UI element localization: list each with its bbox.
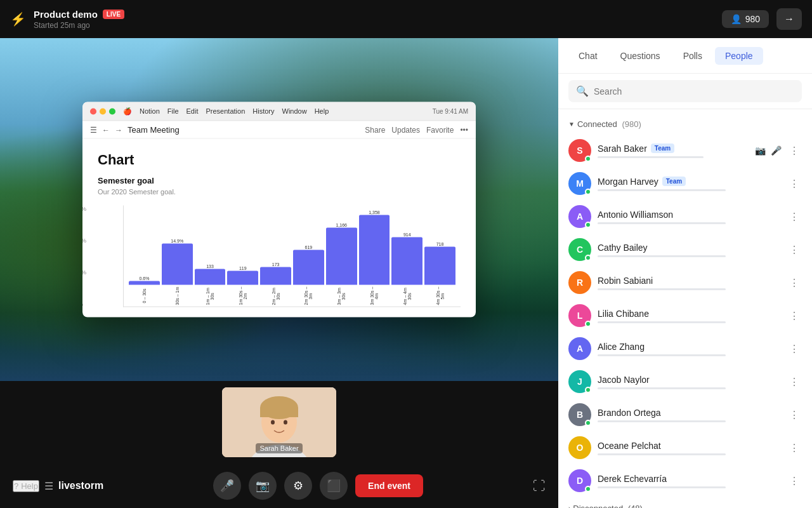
person-name: Oceane Pelchat [598,441,661,451]
person-actions: ⋮ [787,373,802,391]
mac-dot-red [90,108,96,114]
share-button[interactable]: → [776,8,802,30]
end-event-button[interactable]: End event [355,474,423,497]
mac-dots [90,108,115,114]
connected-section-header[interactable]: ▼ Connected (980) [558,114,812,134]
chevron-right-icon: › [568,505,570,508]
person-info: Alice Zhang [598,342,780,356]
mic-button[interactable]: 🎤 [213,472,241,500]
chevron-down-icon: ▼ [568,121,575,128]
list-item: AAlice Zhang⋮ [558,332,812,365]
person-info: Sarah BakerTeam [598,144,749,158]
person-info: Oceane Pelchat [598,441,780,455]
bar-group: 0.6%0 – 30s [129,276,160,307]
presenter-video-name: Sarah Baker [256,443,302,453]
bar-group: 1,3583m 30s – 4m [359,210,390,307]
bar [326,228,357,285]
settings-button[interactable]: ⚙ [284,472,312,500]
bar-group: 14.9%30s – 1m [162,239,193,307]
camera-action-icon[interactable]: 📷 [755,145,766,156]
list-item: BBrandon Ortega⋮ [558,398,812,431]
more-options-button[interactable]: ⋮ [787,241,802,258]
viewer-count: 👤 980 [722,10,769,28]
person-name: Derek Echevarría [598,474,667,484]
search-input[interactable] [594,86,794,97]
person-activity-bar [598,420,726,422]
presenter-video: Sarah Baker [222,387,336,457]
person-info: Robin Sabiani [598,276,780,290]
tab-polls[interactable]: Polls [673,47,712,65]
online-indicator [585,189,591,195]
avatar: D [568,469,591,492]
more-options-button[interactable]: ⋮ [787,472,802,490]
fullscreen-button[interactable]: ⛶ [533,479,546,493]
person-info: Morgan HarveyTeam [598,177,780,191]
list-item: SSarah BakerTeam📷🎤⋮ [558,134,812,167]
mac-dot-green [109,108,115,114]
list-item: RRobin Sabiani⋮ [558,266,812,299]
person-info: Jacob Naylor [598,375,780,389]
notion-actions: Share Updates Favorite ••• [365,125,468,134]
video-area: 🍎 Notion File Edit Presentation History … [0,38,558,508]
avatar: L [568,304,591,327]
right-panel: Chat Questions Polls People 🔍 ▼ Connecte… [558,38,812,508]
video-main: 🍎 Notion File Edit Presentation History … [0,38,558,381]
bar-value-label: 914 [403,232,411,237]
list-item: AAntonio Williamson⋮ [558,200,812,233]
mic-action-icon[interactable]: 🎤 [771,145,782,156]
bar-group: 6192m 30s – 3m [293,245,324,307]
notion-nav: ☰ ← → Team Meeting [90,125,180,135]
person-actions: ⋮ [787,406,802,424]
bar-chart: 0.6%0 – 30s14.9%30s – 1m1331m – 1m 30s11… [123,206,461,307]
avatar: O [568,436,591,459]
avatar: C [568,238,591,261]
svg-point-5 [271,420,275,425]
person-activity-bar [598,387,726,389]
more-options-button[interactable]: ⋮ [787,142,802,159]
more-options-button[interactable]: ⋮ [787,175,802,192]
avatar-image: A [568,337,591,360]
bar-x-label: 3m 30s – 4m [370,286,379,307]
bar-x-label: 4m 30s – 5m [436,286,445,307]
bar-x-label: 2m – 2m 30s [272,286,280,307]
more-options-button[interactable]: ⋮ [787,340,802,358]
person-activity-bar [598,486,726,488]
search-bar: 🔍 [558,74,812,109]
camera-button[interactable]: 📷 [249,472,277,500]
notion-back-icon: ← [102,125,110,134]
more-options-button[interactable]: ⋮ [787,373,802,391]
more-options-button[interactable]: ⋮ [787,406,802,424]
notion-forward-icon: → [115,125,122,134]
tab-people[interactable]: People [715,47,763,65]
people-list: ▼ Connected (980) SSarah BakerTeam📷🎤⋮MMo… [558,109,812,508]
tab-chat[interactable]: Chat [568,47,608,65]
search-input-wrap: 🔍 [568,80,802,102]
help-button[interactable]: ? Help [13,480,39,492]
session-subtitle: Started 25m ago [34,21,124,30]
person-name: Cathy Bailey [598,243,648,253]
online-indicator [585,255,591,261]
screen-share-button[interactable]: ⬛ [320,472,348,500]
person-activity-bar [598,156,704,158]
more-options-button[interactable]: ⋮ [787,439,802,457]
person-activity-bar [598,288,726,290]
more-options-button[interactable]: ⋮ [787,274,802,291]
video-strip: Sarah Baker [0,381,558,464]
bar-group: 7184m 30s – 5m [424,242,455,307]
person-name: Antonio Williamson [598,210,673,220]
person-activity-bar [598,189,726,191]
bar [162,244,193,285]
bar [195,269,226,285]
tab-questions[interactable]: Questions [610,47,671,65]
bar [359,215,390,285]
more-options-button[interactable]: ⋮ [787,208,802,225]
avatar: M [568,172,591,195]
person-actions: ⋮ [787,208,802,225]
person-name: Sarah Baker [598,144,647,154]
top-bar: ⚡ Product demo LIVE Started 25m ago 👤 98… [0,0,812,38]
session-info: Product demo LIVE Started 25m ago [34,9,124,30]
more-options-button[interactable]: ⋮ [787,307,802,324]
disconnected-section-header[interactable]: › Disconnected (48) [568,504,802,508]
person-info: Lilia Chibane [598,309,780,323]
avatar: A [568,337,591,360]
